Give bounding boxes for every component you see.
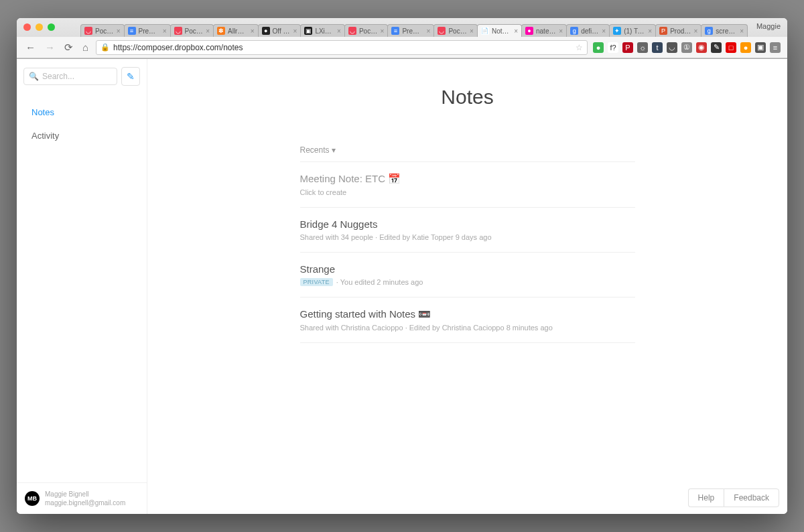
- note-title: Bridge 4 Nuggets: [300, 218, 635, 230]
- extension-icon[interactable]: P: [622, 42, 633, 53]
- tab-title: Premium: [139, 27, 160, 35]
- extension-icon[interactable]: ≡: [770, 42, 781, 53]
- search-box[interactable]: 🔍: [23, 68, 117, 85]
- help-button[interactable]: Help: [688, 488, 724, 507]
- tab-close-icon[interactable]: ×: [693, 27, 697, 35]
- extension-icon[interactable]: □: [726, 42, 736, 53]
- tab-favicon-icon: ◡: [438, 27, 446, 35]
- extension-icon[interactable]: ▣: [755, 42, 766, 53]
- note-meta: Shared with Christina Cacioppo · Edited …: [300, 324, 635, 332]
- extension-icon[interactable]: ①: [681, 42, 692, 53]
- tab-title: Off the: [273, 27, 291, 35]
- user-name: Maggie Bignell: [45, 490, 125, 498]
- extension-icon[interactable]: ●: [593, 42, 604, 53]
- sidebar-item-activity[interactable]: Activity: [17, 124, 147, 147]
- browser-tab[interactable]: ≡Premium×: [387, 24, 434, 37]
- browser-tab[interactable]: ◡Pocket×: [433, 24, 478, 37]
- forward-button[interactable]: →: [43, 42, 57, 53]
- tab-title: nate.de: [536, 27, 556, 35]
- feedback-button[interactable]: Feedback: [724, 488, 779, 507]
- browser-window: ◡Pocket×≡Premium×◡Pocket×✽Allrecip×●Off …: [17, 18, 787, 514]
- tab-favicon-icon: ●: [525, 27, 533, 35]
- note-item[interactable]: Meeting Note: ETC 📅Click to create: [300, 162, 635, 208]
- filter-dropdown[interactable]: Recents ▾: [300, 145, 635, 161]
- tab-close-icon[interactable]: ×: [648, 27, 652, 35]
- tab-close-icon[interactable]: ×: [514, 27, 518, 35]
- extension-icon[interactable]: ◡: [667, 42, 677, 53]
- tab-close-icon[interactable]: ×: [427, 27, 431, 35]
- tab-favicon-icon: ▣: [304, 27, 312, 35]
- browser-tab[interactable]: 📄Notes -×: [477, 24, 522, 37]
- extension-icon[interactable]: ●: [740, 42, 751, 53]
- filter-label: Recents: [300, 145, 330, 155]
- home-button[interactable]: ⌂: [80, 42, 90, 53]
- tab-close-icon[interactable]: ×: [381, 27, 385, 35]
- tab-close-icon[interactable]: ×: [251, 27, 255, 35]
- extension-icon[interactable]: ✎: [711, 42, 722, 53]
- search-input[interactable]: [42, 72, 112, 81]
- browser-chrome: ◡Pocket×≡Premium×◡Pocket×✽Allrecip×●Off …: [17, 18, 787, 59]
- avatar[interactable]: MB: [25, 491, 40, 506]
- extension-icon[interactable]: t: [652, 42, 663, 53]
- tab-favicon-icon: ◡: [348, 27, 356, 35]
- note-list: Meeting Note: ETC 📅Click to createBridge…: [300, 161, 635, 343]
- sidebar-item-notes[interactable]: Notes: [17, 101, 147, 124]
- tab-close-icon[interactable]: ×: [117, 27, 121, 35]
- note-item[interactable]: Bridge 4 NuggetsShared with 34 people · …: [300, 208, 635, 253]
- note-item[interactable]: StrangePRIVATE· You edited 2 minutes ago: [300, 253, 635, 297]
- tab-close-icon[interactable]: ×: [602, 27, 606, 35]
- extension-icon[interactable]: f?: [608, 42, 618, 53]
- url-text: https://composer.dropbox.com/notes: [113, 43, 572, 52]
- tab-title: LXiFo1: [315, 27, 334, 35]
- tab-close-icon[interactable]: ×: [206, 27, 210, 35]
- browser-tab[interactable]: ●Off the×: [258, 24, 302, 37]
- profile-name[interactable]: Maggie: [756, 22, 781, 30]
- tab-favicon-icon: ≡: [391, 27, 399, 35]
- tab-favicon-icon: ✽: [217, 27, 225, 35]
- tab-close-icon[interactable]: ×: [163, 27, 167, 35]
- tab-close-icon[interactable]: ×: [293, 27, 297, 35]
- tab-close-icon[interactable]: ×: [470, 27, 474, 35]
- tab-close-icon[interactable]: ×: [337, 27, 341, 35]
- browser-tab[interactable]: ≡Premium×: [124, 24, 171, 37]
- tab-strip: ◡Pocket×≡Premium×◡Pocket×✽Allrecip×●Off …: [17, 18, 787, 37]
- note-item[interactable]: Getting started with Notes 📼Shared with …: [300, 297, 635, 343]
- private-badge: PRIVATE: [300, 278, 333, 286]
- browser-tab[interactable]: ✦(1) Twitt×: [609, 24, 656, 37]
- browser-tab[interactable]: ◡Pocket×: [170, 24, 214, 37]
- note-meta: Click to create: [300, 188, 635, 196]
- browser-tab[interactable]: ✽Allrecip×: [213, 24, 259, 37]
- extension-icon[interactable]: ◉: [696, 42, 707, 53]
- note-title: Meeting Note: ETC 📅: [300, 173, 635, 185]
- tab-close-icon[interactable]: ×: [740, 27, 744, 35]
- compose-button[interactable]: ✎: [121, 67, 140, 86]
- url-bar[interactable]: 🔒 https://composer.dropbox.com/notes ☆: [96, 40, 588, 55]
- note-meta-text: Shared with 34 people · Edited by Katie …: [300, 233, 492, 241]
- browser-tab[interactable]: ●nate.de×: [521, 24, 567, 37]
- tab-title: define:: [581, 27, 599, 35]
- page-title: Notes: [441, 86, 493, 109]
- browser-tab[interactable]: PProduct×: [655, 24, 701, 37]
- tab-close-icon[interactable]: ×: [559, 27, 563, 35]
- sidebar-nav: NotesActivity: [17, 94, 147, 154]
- tab-favicon-icon: P: [659, 27, 667, 35]
- browser-tab[interactable]: gdefine:×: [566, 24, 610, 37]
- extension-icon[interactable]: ☼: [637, 42, 648, 53]
- app-content: 🔍 ✎ NotesActivity MB Maggie Bignell magg…: [17, 59, 787, 514]
- browser-tab[interactable]: ◡Pocket×: [80, 24, 125, 37]
- bookmark-star-icon[interactable]: ☆: [576, 43, 583, 52]
- browser-tab[interactable]: ◡Pocket×: [344, 24, 389, 37]
- tab-title: Notes -: [492, 27, 511, 35]
- tab-favicon-icon: ≡: [128, 27, 136, 35]
- tab-title: Pocket: [448, 27, 467, 35]
- back-button[interactable]: ←: [23, 42, 38, 53]
- browser-toolbar: ← → ⟳ ⌂ 🔒 https://composer.dropbox.com/n…: [17, 37, 787, 58]
- tab-title: Pocket: [185, 27, 204, 35]
- tab-favicon-icon: ◡: [174, 27, 182, 35]
- browser-tab[interactable]: gscreens×: [701, 24, 748, 37]
- browser-tab[interactable]: ▣LXiFo1×: [300, 24, 345, 37]
- reload-button[interactable]: ⟳: [62, 42, 75, 54]
- extension-icons: ●f?P☼t◡①◉✎□●▣≡: [593, 42, 781, 53]
- note-meta: Shared with 34 people · Edited by Katie …: [300, 233, 635, 241]
- note-meta-text: · You edited 2 minutes ago: [336, 278, 423, 286]
